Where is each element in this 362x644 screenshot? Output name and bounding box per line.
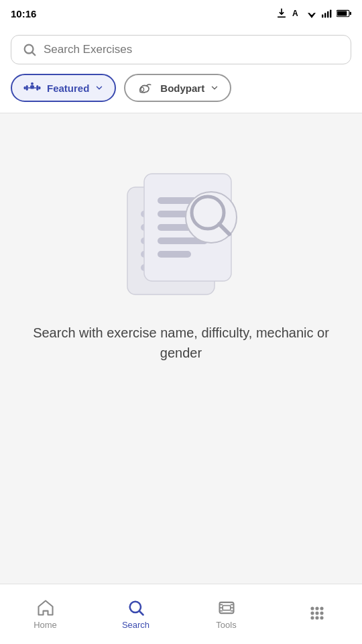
nav-item-search[interactable]: Search [90,593,181,635]
svg-point-45 [310,606,314,610]
svg-rect-16 [36,85,38,91]
search-nav-label: Search [122,620,149,630]
nav-item-tools[interactable]: Tools [181,593,272,635]
svg-point-48 [310,611,314,614]
empty-state: Search with exercise name, difficulty, m… [0,113,362,363]
featured-icon [23,80,42,95]
svg-point-46 [315,606,318,610]
home-icon [36,598,55,617]
svg-rect-7 [330,9,331,17]
svg-point-49 [315,611,318,614]
svg-text:A: A [292,9,298,18]
filter-row: Featured Bodypart [0,74,362,113]
svg-point-51 [310,616,314,619]
bottom-nav: Home Search Tools [0,584,362,644]
signal-icon [322,9,333,18]
svg-line-12 [32,52,35,55]
svg-rect-38 [223,606,231,610]
featured-chevron-icon [95,83,104,93]
svg-rect-6 [327,11,328,18]
svg-rect-15 [26,85,28,91]
svg-point-50 [320,611,323,614]
nav-item-more[interactable] [272,598,362,631]
svg-point-52 [315,616,318,619]
bodypart-icon [136,80,155,95]
more-icon [308,604,326,623]
bodypart-filter-button[interactable]: Bodypart [124,74,231,102]
svg-point-53 [320,616,323,619]
status-time: 10:16 [11,8,36,19]
featured-filter-button[interactable]: Featured [11,74,116,102]
svg-point-47 [320,606,323,610]
featured-label: Featured [47,83,89,94]
svg-line-36 [139,611,143,614]
svg-rect-10 [350,12,351,15]
tools-icon [217,598,236,617]
bodypart-label: Bodypart [160,83,204,94]
svg-rect-4 [322,15,323,18]
status-icons: A [276,8,351,19]
status-bar: 10:16 A [0,0,362,27]
battery-icon [337,9,351,17]
nav-item-home[interactable]: Home [0,593,90,635]
keyboard-icon: A [291,8,302,19]
home-nav-label: Home [34,620,57,630]
svg-rect-9 [337,11,347,15]
svg-point-18 [31,83,34,85]
search-icon [22,42,37,57]
empty-state-text: Search with exercise name, difficulty, m… [27,323,335,363]
search-input[interactable] [44,43,340,56]
tools-nav-label: Tools [216,620,236,630]
svg-rect-31 [158,251,191,258]
search-bar-container [0,27,362,74]
svg-point-19 [141,87,144,91]
svg-rect-14 [38,87,40,90]
bodypart-chevron-icon [210,83,219,93]
download-icon [276,8,287,19]
wifi-icon [306,9,318,18]
svg-marker-3 [310,15,314,18]
empty-illustration [107,154,255,301]
svg-rect-5 [324,13,326,17]
search-nav-icon [127,598,145,617]
svg-rect-13 [24,87,26,90]
search-bar[interactable] [11,35,351,64]
